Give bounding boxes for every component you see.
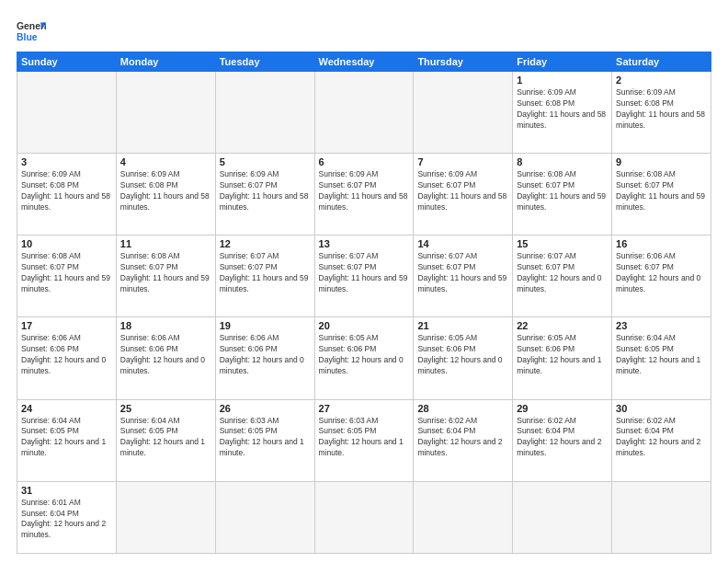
- day-number: 28: [417, 403, 508, 414]
- day-number: 21: [417, 320, 508, 331]
- day-info: Sunrise: 6:06 AMSunset: 6:06 PMDaylight:…: [21, 333, 112, 377]
- day-number: 11: [120, 238, 211, 249]
- calendar-week-2: 3Sunrise: 6:09 AMSunset: 6:08 PMDaylight…: [17, 154, 711, 236]
- calendar-week-1: 1Sunrise: 6:09 AMSunset: 6:08 PMDaylight…: [17, 72, 711, 154]
- day-number: 3: [21, 156, 112, 167]
- weekday-header-wednesday: Wednesday: [314, 52, 414, 72]
- calendar-cell: 29Sunrise: 6:02 AMSunset: 6:04 PMDayligh…: [513, 399, 612, 481]
- weekday-header-row: SundayMondayTuesdayWednesdayThursdayFrid…: [17, 52, 711, 72]
- day-number: 2: [616, 75, 707, 86]
- calendar-cell: 30Sunrise: 6:02 AMSunset: 6:04 PMDayligh…: [612, 399, 711, 481]
- calendar-cell: [612, 481, 711, 553]
- day-number: 12: [220, 238, 311, 249]
- calendar-cell: 3Sunrise: 6:09 AMSunset: 6:08 PMDaylight…: [17, 154, 117, 236]
- day-number: 1: [517, 75, 608, 86]
- calendar-cell: 10Sunrise: 6:08 AMSunset: 6:07 PMDayligh…: [17, 236, 117, 317]
- day-info: Sunrise: 6:05 AMSunset: 6:06 PMDaylight:…: [319, 333, 410, 377]
- day-info: Sunrise: 6:08 AMSunset: 6:07 PMDaylight:…: [616, 169, 707, 213]
- weekday-header-tuesday: Tuesday: [215, 52, 314, 72]
- calendar-week-3: 10Sunrise: 6:08 AMSunset: 6:07 PMDayligh…: [17, 236, 711, 317]
- calendar-cell: 15Sunrise: 6:07 AMSunset: 6:07 PMDayligh…: [513, 236, 612, 317]
- calendar-week-4: 17Sunrise: 6:06 AMSunset: 6:06 PMDayligh…: [17, 317, 711, 399]
- day-number: 18: [120, 320, 211, 331]
- day-info: Sunrise: 6:05 AMSunset: 6:06 PMDaylight:…: [417, 333, 508, 377]
- calendar-cell: 25Sunrise: 6:04 AMSunset: 6:05 PMDayligh…: [116, 399, 215, 481]
- day-number: 15: [517, 238, 608, 249]
- day-info: Sunrise: 6:07 AMSunset: 6:07 PMDaylight:…: [517, 251, 608, 295]
- day-info: Sunrise: 6:06 AMSunset: 6:06 PMDaylight:…: [120, 333, 211, 377]
- weekday-header-friday: Friday: [513, 52, 612, 72]
- weekday-header-monday: Monday: [116, 52, 215, 72]
- day-info: Sunrise: 6:09 AMSunset: 6:07 PMDaylight:…: [220, 169, 311, 213]
- calendar-week-5: 24Sunrise: 6:04 AMSunset: 6:05 PMDayligh…: [17, 399, 711, 481]
- day-number: 25: [120, 403, 211, 414]
- day-number: 4: [120, 156, 211, 167]
- day-number: 30: [616, 403, 707, 414]
- day-info: Sunrise: 6:09 AMSunset: 6:07 PMDaylight:…: [319, 169, 410, 213]
- day-number: 23: [616, 320, 707, 331]
- day-info: Sunrise: 6:08 AMSunset: 6:07 PMDaylight:…: [517, 169, 608, 213]
- calendar-cell: 23Sunrise: 6:04 AMSunset: 6:05 PMDayligh…: [612, 317, 711, 399]
- calendar-cell: 8Sunrise: 6:08 AMSunset: 6:07 PMDaylight…: [513, 154, 612, 236]
- day-info: Sunrise: 6:04 AMSunset: 6:05 PMDaylight:…: [120, 416, 211, 460]
- calendar-cell: [215, 72, 314, 154]
- weekday-header-sunday: Sunday: [17, 52, 117, 72]
- calendar-cell: [17, 72, 117, 154]
- calendar-cell: 13Sunrise: 6:07 AMSunset: 6:07 PMDayligh…: [314, 236, 414, 317]
- day-number: 24: [21, 403, 112, 414]
- day-number: 16: [616, 238, 707, 249]
- day-info: Sunrise: 6:09 AMSunset: 6:08 PMDaylight:…: [517, 87, 608, 132]
- day-number: 20: [319, 320, 410, 331]
- day-info: Sunrise: 6:09 AMSunset: 6:08 PMDaylight:…: [120, 169, 211, 213]
- calendar-cell: [116, 481, 215, 553]
- calendar-cell: 5Sunrise: 6:09 AMSunset: 6:07 PMDaylight…: [215, 154, 314, 236]
- day-number: 31: [21, 485, 112, 496]
- day-number: 29: [517, 403, 608, 414]
- calendar-body: 1Sunrise: 6:09 AMSunset: 6:08 PMDaylight…: [17, 72, 711, 554]
- day-info: Sunrise: 6:02 AMSunset: 6:04 PMDaylight:…: [417, 416, 508, 460]
- day-number: 19: [220, 320, 311, 331]
- weekday-header-thursday: Thursday: [414, 52, 513, 72]
- calendar-cell: 12Sunrise: 6:07 AMSunset: 6:07 PMDayligh…: [215, 236, 314, 317]
- day-info: Sunrise: 6:09 AMSunset: 6:08 PMDaylight:…: [21, 169, 112, 213]
- day-info: Sunrise: 6:08 AMSunset: 6:07 PMDaylight:…: [21, 251, 112, 295]
- calendar-cell: 17Sunrise: 6:06 AMSunset: 6:06 PMDayligh…: [17, 317, 117, 399]
- header: General Blue: [17, 17, 711, 46]
- calendar-cell: 26Sunrise: 6:03 AMSunset: 6:05 PMDayligh…: [215, 399, 314, 481]
- day-number: 14: [417, 238, 508, 249]
- calendar-cell: 11Sunrise: 6:08 AMSunset: 6:07 PMDayligh…: [116, 236, 215, 317]
- calendar-cell: 22Sunrise: 6:05 AMSunset: 6:06 PMDayligh…: [513, 317, 612, 399]
- calendar-cell: 6Sunrise: 6:09 AMSunset: 6:07 PMDaylight…: [314, 154, 414, 236]
- page: General Blue SundayMondayTuesdayWednesda…: [0, 0, 728, 563]
- day-info: Sunrise: 6:01 AMSunset: 6:04 PMDaylight:…: [21, 498, 112, 542]
- logo: General Blue: [17, 17, 46, 46]
- day-number: 9: [616, 156, 707, 167]
- calendar-cell: 2Sunrise: 6:09 AMSunset: 6:08 PMDaylight…: [612, 72, 711, 154]
- day-info: Sunrise: 6:03 AMSunset: 6:05 PMDaylight:…: [319, 416, 410, 460]
- day-number: 27: [319, 403, 410, 414]
- calendar-cell: 31Sunrise: 6:01 AMSunset: 6:04 PMDayligh…: [17, 481, 117, 553]
- calendar-cell: [215, 481, 314, 553]
- calendar-cell: 7Sunrise: 6:09 AMSunset: 6:07 PMDaylight…: [414, 154, 513, 236]
- day-info: Sunrise: 6:06 AMSunset: 6:06 PMDaylight:…: [220, 333, 311, 377]
- calendar-cell: [414, 72, 513, 154]
- day-number: 8: [517, 156, 608, 167]
- calendar-cell: 9Sunrise: 6:08 AMSunset: 6:07 PMDaylight…: [612, 154, 711, 236]
- calendar-cell: 28Sunrise: 6:02 AMSunset: 6:04 PMDayligh…: [414, 399, 513, 481]
- day-number: 6: [319, 156, 410, 167]
- calendar-cell: 19Sunrise: 6:06 AMSunset: 6:06 PMDayligh…: [215, 317, 314, 399]
- calendar-cell: 14Sunrise: 6:07 AMSunset: 6:07 PMDayligh…: [414, 236, 513, 317]
- day-info: Sunrise: 6:07 AMSunset: 6:07 PMDaylight:…: [319, 251, 410, 295]
- calendar-cell: 20Sunrise: 6:05 AMSunset: 6:06 PMDayligh…: [314, 317, 414, 399]
- day-info: Sunrise: 6:06 AMSunset: 6:07 PMDaylight:…: [616, 251, 707, 295]
- day-info: Sunrise: 6:02 AMSunset: 6:04 PMDaylight:…: [517, 416, 608, 460]
- day-number: 26: [220, 403, 311, 414]
- day-info: Sunrise: 6:02 AMSunset: 6:04 PMDaylight:…: [616, 416, 707, 460]
- calendar-cell: 27Sunrise: 6:03 AMSunset: 6:05 PMDayligh…: [314, 399, 414, 481]
- calendar-cell: 18Sunrise: 6:06 AMSunset: 6:06 PMDayligh…: [116, 317, 215, 399]
- day-number: 13: [319, 238, 410, 249]
- day-info: Sunrise: 6:09 AMSunset: 6:07 PMDaylight:…: [417, 169, 508, 213]
- calendar-cell: [116, 72, 215, 154]
- day-info: Sunrise: 6:04 AMSunset: 6:05 PMDaylight:…: [616, 333, 707, 377]
- day-number: 22: [517, 320, 608, 331]
